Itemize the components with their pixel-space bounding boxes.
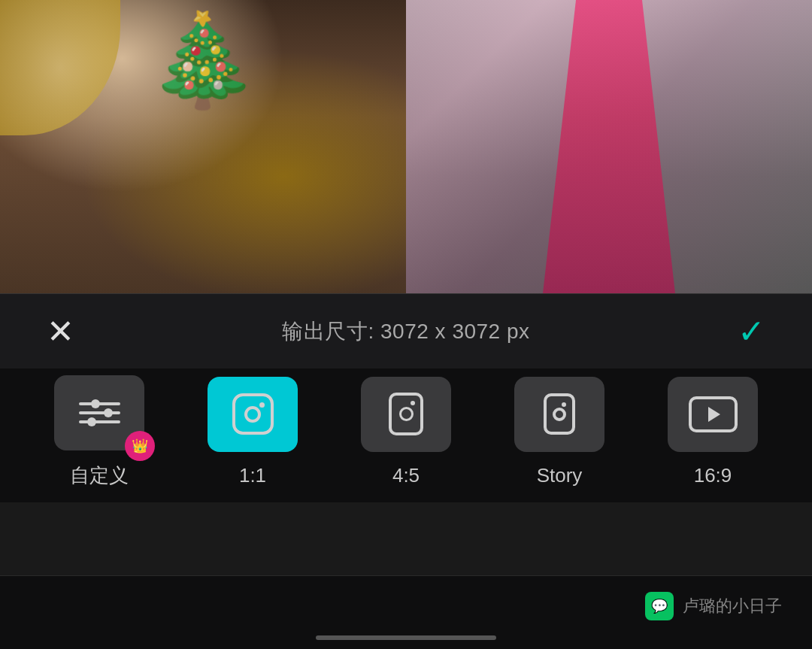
ratio-item-1-1[interactable]: 1:1 xyxy=(208,377,298,487)
ratio-label-4-5: 4:5 xyxy=(392,464,420,487)
instagram-story-icon xyxy=(544,393,575,435)
watermark-text: 卢璐的小日子 xyxy=(683,595,782,617)
ratio-icon-4-5 xyxy=(361,377,451,452)
youtube-landscape-icon xyxy=(689,396,738,432)
home-indicator-area xyxy=(0,635,812,649)
ratio-icon-1-1 xyxy=(208,377,298,452)
ratio-label-16-9: 16:9 xyxy=(694,464,732,487)
ratio-label-1-1: 1:1 xyxy=(239,464,266,487)
bottom-section: 💬 卢璐的小日子 xyxy=(0,575,812,649)
ratio-icon-story xyxy=(514,377,604,452)
ratio-item-4-5[interactable]: 4:5 xyxy=(361,377,451,487)
slider-line-1 xyxy=(79,402,120,405)
ratio-label-custom: 自定义 xyxy=(70,462,129,489)
crown-badge: 👑 xyxy=(125,431,155,461)
sliders-icon xyxy=(79,402,120,423)
ratio-label-story: Story xyxy=(537,464,583,487)
instagram-portrait-icon xyxy=(389,393,423,435)
action-bar: ✕ 输出尺寸: 3072 x 3072 px ✓ xyxy=(0,293,812,368)
ratio-icon-custom: 👑 xyxy=(54,375,144,450)
bottom-bar: 💬 卢璐的小日子 xyxy=(0,575,812,635)
wechat-watermark: 💬 卢璐的小日子 xyxy=(645,592,782,620)
ratio-item-story[interactable]: Story xyxy=(514,377,604,487)
image-area xyxy=(0,0,812,293)
image-left xyxy=(0,0,406,293)
pink-dress-overlay xyxy=(526,0,692,293)
ratio-options-bar: 👑 自定义 1:1 4:5 xyxy=(0,368,812,502)
slider-line-2 xyxy=(79,411,120,414)
home-indicator xyxy=(316,635,496,640)
confirm-button[interactable]: ✓ xyxy=(729,309,774,354)
dog-fur-overlay xyxy=(0,0,120,135)
wechat-symbol: 💬 xyxy=(651,598,668,614)
play-triangle-icon xyxy=(708,407,720,422)
instagram-square-icon xyxy=(232,393,274,435)
output-dimensions: 输出尺寸: 3072 x 3072 px xyxy=(282,317,529,346)
ratio-item-custom[interactable]: 👑 自定义 xyxy=(54,375,144,489)
ratio-item-16-9[interactable]: 16:9 xyxy=(668,377,758,487)
cancel-button[interactable]: ✕ xyxy=(38,309,83,354)
wechat-icon: 💬 xyxy=(645,592,674,620)
image-right xyxy=(406,0,812,293)
slider-line-3 xyxy=(79,420,120,423)
ratio-icon-16-9 xyxy=(668,377,758,452)
